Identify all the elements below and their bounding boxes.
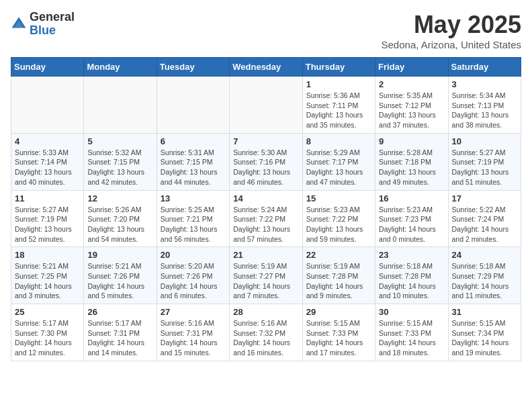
calendar-cell: 14Sunrise: 5:24 AMSunset: 7:22 PMDayligh… <box>230 190 302 247</box>
day-number: 27 <box>161 307 226 317</box>
calendar-cell: 16Sunrise: 5:23 AMSunset: 7:23 PMDayligh… <box>375 190 448 247</box>
day-number: 6 <box>161 136 226 146</box>
page-header: General Blue May 2025 Sedona, Arizona, U… <box>11 11 521 50</box>
day-info: Sunrise: 5:15 AMSunset: 7:33 PMDaylight:… <box>306 318 371 358</box>
calendar-cell: 22Sunrise: 5:19 AMSunset: 7:28 PMDayligh… <box>302 247 375 304</box>
day-number: 1 <box>306 79 371 89</box>
day-number: 8 <box>306 136 371 146</box>
day-number: 31 <box>452 307 517 317</box>
logo-icon <box>11 16 27 32</box>
day-info: Sunrise: 5:16 AMSunset: 7:31 PMDaylight:… <box>161 318 226 358</box>
day-info: Sunrise: 5:19 AMSunset: 7:28 PMDaylight:… <box>306 261 371 301</box>
calendar-cell: 6Sunrise: 5:31 AMSunset: 7:15 PMDaylight… <box>157 133 229 190</box>
day-number: 11 <box>15 193 80 203</box>
day-number: 14 <box>233 193 298 203</box>
day-number: 28 <box>233 307 298 317</box>
day-info: Sunrise: 5:16 AMSunset: 7:32 PMDaylight:… <box>233 318 298 358</box>
calendar-week-3: 11Sunrise: 5:27 AMSunset: 7:19 PMDayligh… <box>11 190 521 247</box>
calendar-cell: 5Sunrise: 5:32 AMSunset: 7:15 PMDaylight… <box>84 133 157 190</box>
day-info: Sunrise: 5:15 AMSunset: 7:34 PMDaylight:… <box>452 318 517 358</box>
day-number: 17 <box>452 193 517 203</box>
calendar-week-1: 1Sunrise: 5:36 AMSunset: 7:11 PMDaylight… <box>11 77 521 134</box>
day-number: 2 <box>379 79 444 89</box>
calendar-cell: 25Sunrise: 5:17 AMSunset: 7:30 PMDayligh… <box>11 304 84 361</box>
day-info: Sunrise: 5:27 AMSunset: 7:19 PMDaylight:… <box>15 205 80 244</box>
logo-text: General Blue <box>30 11 75 38</box>
day-info: Sunrise: 5:25 AMSunset: 7:21 PMDaylight:… <box>161 205 226 244</box>
weekday-header-row: SundayMondayTuesdayWednesdayThursdayFrid… <box>11 58 521 77</box>
calendar-cell: 15Sunrise: 5:23 AMSunset: 7:22 PMDayligh… <box>302 190 375 247</box>
calendar-cell: 13Sunrise: 5:25 AMSunset: 7:21 PMDayligh… <box>157 190 229 247</box>
weekday-header-thursday: Thursday <box>302 58 375 77</box>
calendar-cell: 8Sunrise: 5:29 AMSunset: 7:17 PMDaylight… <box>302 133 375 190</box>
day-info: Sunrise: 5:23 AMSunset: 7:22 PMDaylight:… <box>306 205 371 244</box>
day-number: 22 <box>306 250 371 260</box>
day-info: Sunrise: 5:26 AMSunset: 7:20 PMDaylight:… <box>87 205 152 244</box>
calendar-cell <box>84 77 157 134</box>
day-info: Sunrise: 5:22 AMSunset: 7:24 PMDaylight:… <box>452 205 517 244</box>
calendar-cell: 20Sunrise: 5:20 AMSunset: 7:26 PMDayligh… <box>157 247 229 304</box>
calendar-cell: 28Sunrise: 5:16 AMSunset: 7:32 PMDayligh… <box>230 304 302 361</box>
calendar-cell: 12Sunrise: 5:26 AMSunset: 7:20 PMDayligh… <box>84 190 157 247</box>
calendar-cell: 11Sunrise: 5:27 AMSunset: 7:19 PMDayligh… <box>11 190 84 247</box>
month-title: May 2025 <box>382 11 521 39</box>
calendar-cell: 3Sunrise: 5:34 AMSunset: 7:13 PMDaylight… <box>448 77 521 134</box>
day-info: Sunrise: 5:23 AMSunset: 7:23 PMDaylight:… <box>379 205 444 244</box>
calendar-cell: 24Sunrise: 5:18 AMSunset: 7:29 PMDayligh… <box>448 247 521 304</box>
day-info: Sunrise: 5:17 AMSunset: 7:30 PMDaylight:… <box>15 318 80 358</box>
day-info: Sunrise: 5:17 AMSunset: 7:31 PMDaylight:… <box>87 318 152 358</box>
day-info: Sunrise: 5:28 AMSunset: 7:18 PMDaylight:… <box>379 148 444 187</box>
day-info: Sunrise: 5:24 AMSunset: 7:22 PMDaylight:… <box>233 205 298 244</box>
day-info: Sunrise: 5:19 AMSunset: 7:27 PMDaylight:… <box>233 261 298 301</box>
calendar-cell: 2Sunrise: 5:35 AMSunset: 7:12 PMDaylight… <box>375 77 448 134</box>
calendar-cell: 30Sunrise: 5:15 AMSunset: 7:33 PMDayligh… <box>375 304 448 361</box>
day-info: Sunrise: 5:18 AMSunset: 7:29 PMDaylight:… <box>452 261 517 301</box>
calendar-cell: 17Sunrise: 5:22 AMSunset: 7:24 PMDayligh… <box>448 190 521 247</box>
calendar-cell: 29Sunrise: 5:15 AMSunset: 7:33 PMDayligh… <box>302 304 375 361</box>
weekday-header-wednesday: Wednesday <box>230 58 302 77</box>
calendar-cell <box>230 77 302 134</box>
calendar-cell: 19Sunrise: 5:21 AMSunset: 7:26 PMDayligh… <box>84 247 157 304</box>
day-number: 21 <box>233 250 298 260</box>
day-info: Sunrise: 5:20 AMSunset: 7:26 PMDaylight:… <box>161 261 226 301</box>
logo-general: General <box>30 11 75 24</box>
day-number: 9 <box>379 136 444 146</box>
day-number: 4 <box>15 136 80 146</box>
calendar-cell: 7Sunrise: 5:30 AMSunset: 7:16 PMDaylight… <box>230 133 302 190</box>
day-info: Sunrise: 5:32 AMSunset: 7:15 PMDaylight:… <box>87 148 152 187</box>
day-info: Sunrise: 5:15 AMSunset: 7:33 PMDaylight:… <box>379 318 444 358</box>
day-info: Sunrise: 5:35 AMSunset: 7:12 PMDaylight:… <box>379 91 444 130</box>
weekday-header-friday: Friday <box>375 58 448 77</box>
title-block: May 2025 Sedona, Arizona, United States <box>382 11 521 50</box>
calendar-cell <box>157 77 229 134</box>
logo-blue: Blue <box>30 24 75 38</box>
day-number: 20 <box>161 250 226 260</box>
day-number: 5 <box>87 136 152 146</box>
day-number: 29 <box>306 307 371 317</box>
weekday-header-monday: Monday <box>84 58 157 77</box>
calendar-week-2: 4Sunrise: 5:33 AMSunset: 7:14 PMDaylight… <box>11 133 521 190</box>
calendar-week-4: 18Sunrise: 5:21 AMSunset: 7:25 PMDayligh… <box>11 247 521 304</box>
day-info: Sunrise: 5:34 AMSunset: 7:13 PMDaylight:… <box>452 91 517 130</box>
weekday-header-saturday: Saturday <box>448 58 521 77</box>
day-info: Sunrise: 5:33 AMSunset: 7:14 PMDaylight:… <box>15 148 80 187</box>
calendar-cell: 1Sunrise: 5:36 AMSunset: 7:11 PMDaylight… <box>302 77 375 134</box>
day-info: Sunrise: 5:18 AMSunset: 7:28 PMDaylight:… <box>379 261 444 301</box>
logo: General Blue <box>11 11 75 38</box>
day-number: 3 <box>452 79 517 89</box>
location-subtitle: Sedona, Arizona, United States <box>382 39 521 50</box>
day-number: 19 <box>87 250 152 260</box>
day-number: 10 <box>452 136 517 146</box>
day-number: 23 <box>379 250 444 260</box>
calendar-cell: 23Sunrise: 5:18 AMSunset: 7:28 PMDayligh… <box>375 247 448 304</box>
day-info: Sunrise: 5:30 AMSunset: 7:16 PMDaylight:… <box>233 148 298 187</box>
day-number: 15 <box>306 193 371 203</box>
calendar-cell: 9Sunrise: 5:28 AMSunset: 7:18 PMDaylight… <box>375 133 448 190</box>
day-number: 13 <box>161 193 226 203</box>
day-number: 12 <box>87 193 152 203</box>
day-info: Sunrise: 5:31 AMSunset: 7:15 PMDaylight:… <box>161 148 226 187</box>
calendar-cell: 4Sunrise: 5:33 AMSunset: 7:14 PMDaylight… <box>11 133 84 190</box>
calendar-table: SundayMondayTuesdayWednesdayThursdayFrid… <box>11 57 521 361</box>
day-info: Sunrise: 5:36 AMSunset: 7:11 PMDaylight:… <box>306 91 371 130</box>
calendar-cell: 10Sunrise: 5:27 AMSunset: 7:19 PMDayligh… <box>448 133 521 190</box>
